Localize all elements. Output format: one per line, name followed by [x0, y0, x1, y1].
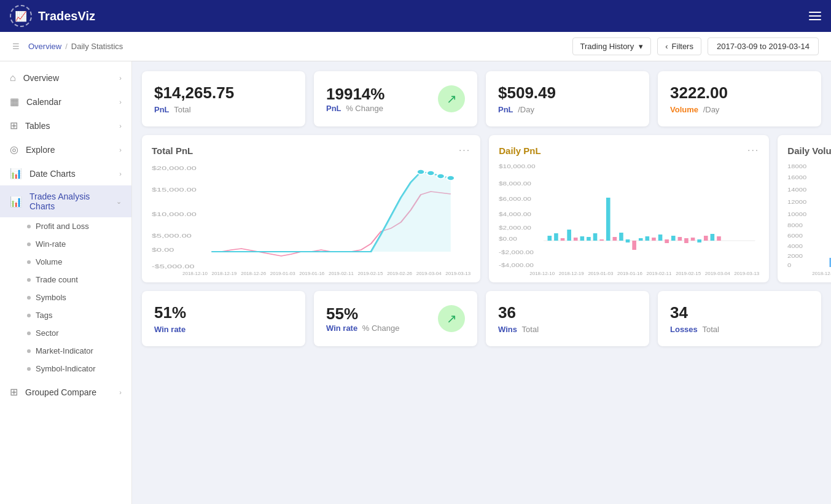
date-range-button[interactable]: 2017-03-09 to 2019-03-14: [708, 37, 819, 55]
svg-text:$6,000.00: $6,000.00: [499, 195, 531, 201]
losses-total-label: Losses Total: [670, 325, 809, 334]
svg-rect-23: [568, 230, 572, 241]
sidebar-subitem-sector[interactable]: Sector: [0, 324, 131, 342]
svg-text:$15,000.00: $15,000.00: [152, 187, 197, 193]
logo-text: TradesViz: [38, 9, 95, 23]
dot-icon: [27, 225, 31, 228]
chevron-right-icon: ›: [119, 98, 122, 106]
sidebar-item-tables[interactable]: ⊞ Tables ›: [0, 114, 131, 138]
svg-text:$10,000.00: $10,000.00: [499, 163, 536, 169]
chevron-right-icon: ›: [119, 389, 122, 396]
svg-text:4000: 4000: [787, 243, 803, 249]
dot-icon: [27, 296, 31, 300]
svg-rect-36: [652, 238, 656, 241]
sidebar-subitem-symbol-indicator[interactable]: Symbol-Indicator: [0, 360, 131, 378]
sidebar-subitem-market-indicator[interactable]: Market-Indicator: [0, 342, 131, 360]
svg-text:$0.00: $0.00: [499, 235, 517, 241]
svg-text:10000: 10000: [787, 211, 807, 217]
sidebar-item-date-charts[interactable]: 📊 Date Charts ›: [0, 161, 131, 185]
hamburger-icon[interactable]: [809, 12, 821, 20]
breadcrumb-home[interactable]: Overview: [28, 42, 61, 51]
filter-icon: ‹: [665, 42, 668, 51]
trading-history-dropdown[interactable]: Trading History ▾: [572, 37, 652, 55]
navbar: 📈 TradesViz: [0, 0, 831, 32]
svg-rect-26: [587, 237, 591, 241]
pnl-day-label: PnL /Day: [498, 105, 637, 114]
chart-card-total-pnl: Total PnL ··· $20,000.00 $15,000.00 $10,…: [142, 135, 480, 282]
pnl-total-value: $14,265.75: [154, 83, 293, 103]
svg-rect-42: [691, 238, 695, 241]
dot-icon: [27, 314, 31, 317]
svg-rect-22: [561, 238, 565, 241]
svg-rect-35: [646, 236, 650, 241]
sidebar-item-trades-analysis[interactable]: 📊 Trades Analysis Charts ⌄: [0, 185, 131, 217]
dot-icon: [27, 242, 31, 246]
trend-up-icon-2: ↗: [438, 305, 465, 332]
svg-rect-40: [678, 237, 682, 241]
stat-card-wins-total: 36 Wins Total: [486, 291, 649, 346]
dot-icon: [27, 278, 31, 282]
svg-rect-45: [711, 234, 715, 241]
svg-rect-27: [593, 233, 598, 241]
chart-title-daily-pnl: Daily PnL: [499, 145, 540, 156]
hamburger-small-icon[interactable]: ☰: [12, 42, 20, 51]
svg-text:$20,000.00: $20,000.00: [152, 165, 197, 171]
pnl-change-value: 19914%: [326, 85, 384, 104]
logo: 📈 TradesViz: [10, 5, 95, 27]
wins-total-value: 36: [498, 303, 637, 322]
sidebar-subitem-profit-loss[interactable]: Profit and Loss: [0, 217, 131, 235]
sidebar-item-overview[interactable]: ⌂ Overview ›: [0, 66, 131, 90]
svg-rect-43: [698, 239, 702, 242]
stat-card-win-rate: 51% Win rate: [142, 291, 305, 346]
dot-icon: [27, 260, 31, 264]
svg-text:$2,000.00: $2,000.00: [499, 224, 531, 230]
sidebar-subitem-win-rate[interactable]: Win-rate: [0, 235, 131, 253]
chevron-right-icon: ›: [119, 146, 122, 153]
svg-text:$10,000.00: $10,000.00: [152, 211, 197, 217]
sidebar-subitem-volume[interactable]: Volume: [0, 253, 131, 271]
bar-chart-icon: 📊: [10, 168, 22, 179]
chart-menu-total-pnl[interactable]: ···: [459, 145, 470, 156]
svg-text:$0.00: $0.00: [152, 247, 174, 253]
explore-icon: ◎: [10, 144, 18, 155]
stat-card-losses-total: 34 Losses Total: [658, 291, 821, 346]
svg-text:$8,000.00: $8,000.00: [499, 180, 531, 186]
sidebar-item-explore[interactable]: ◎ Explore ›: [0, 138, 131, 161]
grouped-icon: ⊞: [10, 386, 18, 398]
sidebar-item-calendar[interactable]: ▦ Calendar ›: [0, 90, 131, 114]
svg-text:12000: 12000: [787, 199, 807, 205]
svg-text:8000: 8000: [787, 222, 803, 228]
svg-text:18000: 18000: [787, 163, 807, 169]
calendar-icon: ▦: [10, 96, 19, 107]
volume-day-value: 3222.00: [670, 83, 809, 103]
pnl-change-label: PnL % Change: [326, 104, 384, 113]
svg-text:$5,000.00: $5,000.00: [152, 233, 192, 239]
sidebar: ⌂ Overview › ▦ Calendar › ⊞ Tables › ◎ E…: [0, 61, 132, 504]
sidebar-item-grouped-compare[interactable]: ⊞ Grouped Compare ›: [0, 380, 131, 404]
sidebar-subitem-tags[interactable]: Tags: [0, 306, 131, 324]
sidebar-subitem-symbols[interactable]: Symbols: [0, 289, 131, 306]
breadcrumb: ☰ Overview / Daily Statistics: [12, 42, 123, 51]
svg-text:16000: 16000: [787, 174, 807, 180]
svg-rect-38: [665, 239, 669, 243]
svg-text:14000: 14000: [787, 187, 807, 193]
home-icon: ⌂: [10, 72, 16, 83]
sidebar-subitem-trade-count[interactable]: Trade count: [0, 271, 131, 289]
trend-up-icon: ↗: [438, 85, 465, 112]
win-rate-label: Win rate: [154, 325, 293, 334]
svg-rect-21: [554, 233, 558, 241]
filters-button[interactable]: ‹ Filters: [657, 37, 701, 55]
dot-icon: [27, 349, 31, 353]
chart-title-daily-volume: Daily Volume: [787, 145, 831, 156]
svg-point-7: [417, 169, 425, 174]
bottom-stats-row: 51% Win rate 55% Win rate % Change ↗: [142, 291, 821, 346]
chart-menu-daily-pnl[interactable]: ···: [747, 145, 759, 156]
dot-icon: [27, 367, 31, 371]
svg-text:-$2,000.00: -$2,000.00: [499, 249, 534, 255]
subheader-controls: Trading History ▾ ‹ Filters 2017-03-09 t…: [572, 37, 819, 55]
tables-icon: ⊞: [10, 120, 18, 131]
stat-card-pnl-total: $14,265.75 PnL Total: [142, 71, 305, 126]
chart-body-daily-pnl: $10,000.00 $8,000.00 $6,000.00 $4,000.00…: [499, 161, 759, 276]
pnl-day-value: $509.49: [498, 83, 637, 103]
x-axis-labels-total-pnl: 2018-12-10 2018-12-19 2018-12-26 2019-01…: [152, 271, 470, 276]
